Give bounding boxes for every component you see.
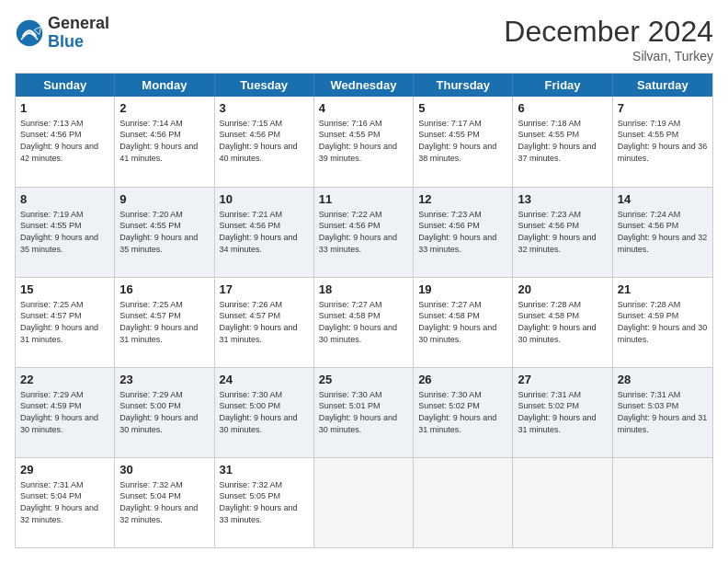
day-7: 7 Sunrise: 7:19 AMSunset: 4:55 PMDayligh… <box>613 97 712 187</box>
day-19: 19 Sunrise: 7:27 AMSunset: 4:58 PMDaylig… <box>414 278 513 367</box>
day-25: 25 Sunrise: 7:30 AMSunset: 5:01 PMDaylig… <box>314 368 414 457</box>
calendar-body: 1 Sunrise: 7:13 AMSunset: 4:56 PMDayligh… <box>16 97 712 547</box>
header-wednesday: Wednesday <box>314 74 414 97</box>
header-thursday: Thursday <box>414 74 513 97</box>
day-13: 13 Sunrise: 7:23 AMSunset: 4:56 PMDaylig… <box>513 188 612 277</box>
empty-2 <box>414 458 513 547</box>
week-3: 15 Sunrise: 7:25 AMSunset: 4:57 PMDaylig… <box>16 277 712 367</box>
day-22: 22 Sunrise: 7:29 AMSunset: 4:59 PMDaylig… <box>16 368 115 457</box>
day-11: 11 Sunrise: 7:22 AMSunset: 4:56 PMDaylig… <box>314 188 414 277</box>
day-15: 15 Sunrise: 7:25 AMSunset: 4:57 PMDaylig… <box>16 278 115 367</box>
day-24: 24 Sunrise: 7:30 AMSunset: 5:00 PMDaylig… <box>215 368 314 457</box>
day-5: 5 Sunrise: 7:17 AMSunset: 4:55 PMDayligh… <box>414 97 513 187</box>
day-14: 14 Sunrise: 7:24 AMSunset: 4:56 PMDaylig… <box>613 188 712 277</box>
logo-text: General Blue <box>48 15 109 52</box>
day-29: 29 Sunrise: 7:31 AMSunset: 5:04 PMDaylig… <box>16 458 115 547</box>
header-sunday: Sunday <box>16 74 115 97</box>
week-4: 22 Sunrise: 7:29 AMSunset: 4:59 PMDaylig… <box>16 367 712 457</box>
logo: General Blue <box>15 15 109 52</box>
page-header: General Blue December 2024 Silvan, Turke… <box>15 15 713 63</box>
week-1: 1 Sunrise: 7:13 AMSunset: 4:56 PMDayligh… <box>16 97 712 187</box>
day-1: 1 Sunrise: 7:13 AMSunset: 4:56 PMDayligh… <box>16 97 115 187</box>
day-12: 12 Sunrise: 7:23 AMSunset: 4:56 PMDaylig… <box>414 188 513 277</box>
day-23: 23 Sunrise: 7:29 AMSunset: 5:00 PMDaylig… <box>115 368 214 457</box>
day-3: 3 Sunrise: 7:15 AMSunset: 4:56 PMDayligh… <box>215 97 314 187</box>
day-8: 8 Sunrise: 7:19 AMSunset: 4:55 PMDayligh… <box>16 188 115 277</box>
day-6: 6 Sunrise: 7:18 AMSunset: 4:55 PMDayligh… <box>513 97 612 187</box>
day-16: 16 Sunrise: 7:25 AMSunset: 4:57 PMDaylig… <box>115 278 214 367</box>
empty-3 <box>513 458 612 547</box>
header-friday: Friday <box>513 74 612 97</box>
day-26: 26 Sunrise: 7:30 AMSunset: 5:02 PMDaylig… <box>414 368 513 457</box>
day-18: 18 Sunrise: 7:27 AMSunset: 4:58 PMDaylig… <box>314 278 414 367</box>
day-10: 10 Sunrise: 7:21 AMSunset: 4:56 PMDaylig… <box>215 188 314 277</box>
day-21: 21 Sunrise: 7:28 AMSunset: 4:59 PMDaylig… <box>613 278 712 367</box>
day-30: 30 Sunrise: 7:32 AMSunset: 5:04 PMDaylig… <box>115 458 214 547</box>
header-tuesday: Tuesday <box>215 74 314 97</box>
day-31: 31 Sunrise: 7:32 AMSunset: 5:05 PMDaylig… <box>215 458 314 547</box>
week-5: 29 Sunrise: 7:31 AMSunset: 5:04 PMDaylig… <box>16 457 712 547</box>
header-monday: Monday <box>115 74 214 97</box>
day-17: 17 Sunrise: 7:26 AMSunset: 4:57 PMDaylig… <box>215 278 314 367</box>
empty-1 <box>314 458 414 547</box>
header-saturday: Saturday <box>613 74 712 97</box>
empty-4 <box>613 458 712 547</box>
day-4: 4 Sunrise: 7:16 AMSunset: 4:55 PMDayligh… <box>314 97 414 187</box>
week-2: 8 Sunrise: 7:19 AMSunset: 4:55 PMDayligh… <box>16 187 712 277</box>
calendar-page: General Blue December 2024 Silvan, Turke… <box>0 0 728 563</box>
day-27: 27 Sunrise: 7:31 AMSunset: 5:02 PMDaylig… <box>513 368 612 457</box>
month-title: December 2024 <box>504 15 713 49</box>
day-28: 28 Sunrise: 7:31 AMSunset: 5:03 PMDaylig… <box>613 368 712 457</box>
day-2: 2 Sunrise: 7:14 AMSunset: 4:56 PMDayligh… <box>115 97 214 187</box>
day-9: 9 Sunrise: 7:20 AMSunset: 4:55 PMDayligh… <box>115 188 214 277</box>
calendar: Sunday Monday Tuesday Wednesday Thursday… <box>15 73 713 548</box>
location: Silvan, Turkey <box>504 49 713 63</box>
day-20: 20 Sunrise: 7:28 AMSunset: 4:58 PMDaylig… <box>513 278 612 367</box>
calendar-header: Sunday Monday Tuesday Wednesday Thursday… <box>16 74 712 97</box>
title-section: December 2024 Silvan, Turkey <box>504 15 713 63</box>
logo-blue: Blue <box>48 32 84 51</box>
logo-icon <box>15 18 44 48</box>
logo-general: General <box>48 14 109 32</box>
